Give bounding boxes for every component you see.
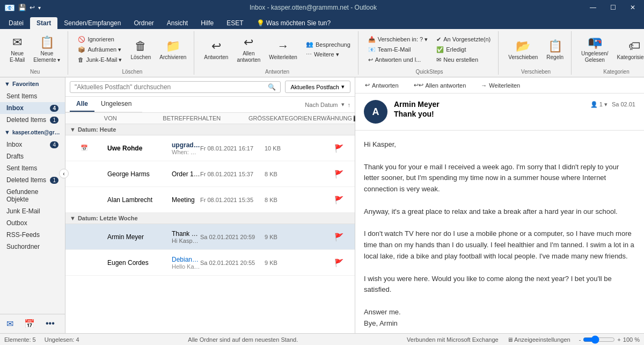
rules-button[interactable]: 📋 Regeln — [543, 37, 567, 62]
tab-search-hint[interactable]: 💡 Was möchten Sie tun? — [250, 17, 338, 29]
team-email-button[interactable]: 📧Team-E-Mail — [365, 45, 431, 54]
reply-button[interactable]: ↩ Antworten — [201, 37, 231, 62]
reading-forward-button[interactable]: → Weiterleiten — [475, 80, 525, 91]
email-flag-btn-eugen[interactable]: 🚩 — [334, 258, 350, 267]
forward-button[interactable]: → Weiterleiten — [266, 37, 301, 62]
email-flag-btn-alan[interactable]: 🚩 — [334, 196, 350, 204]
ribbon-neu-label: Neu — [30, 68, 40, 75]
account-label: kasper.otten@gra... — [12, 130, 61, 135]
tab-ungelesen[interactable]: Ungelesen — [94, 97, 138, 112]
tab-eset[interactable]: ESET — [220, 17, 250, 29]
tab-datei[interactable]: Datei — [2, 17, 30, 29]
sort-direction-icon[interactable]: ↑ — [348, 102, 351, 108]
email-row-armin[interactable]: Armin Meyer Thank you! Hi Kasper, Thank … — [65, 224, 355, 250]
move-to-button[interactable]: 📥Verschieben in: ? ▾ — [365, 35, 431, 44]
calendar-nav-button[interactable]: 📅 — [20, 317, 39, 331]
new-create-button[interactable]: ✉Neu erstellen — [433, 55, 494, 64]
tab-senden[interactable]: Senden/Empfangen — [57, 17, 127, 29]
reply-all-button[interactable]: ↩ Allenantworten — [233, 33, 264, 66]
unread-read-button[interactable]: 📭 Ungelesen/Gelesen — [578, 33, 612, 66]
tab-ordner[interactable]: Ordner — [127, 17, 160, 29]
email-received-alan: Fr 08.01.2021 15:35 — [200, 197, 265, 203]
email-flag-btn-armin[interactable]: 🚩 — [334, 233, 350, 241]
tab-hilfe[interactable]: Hilfe — [194, 17, 220, 29]
account-header[interactable]: ▼ kasper.otten@gra... — [0, 126, 65, 139]
new-email-icon: ✉ — [12, 35, 22, 49]
mail-nav-button[interactable]: ✉ — [2, 317, 18, 331]
sidebar-item-deleted-favorites[interactable]: Deleted Items 1 — [0, 114, 65, 126]
maximize-button[interactable]: ☐ — [606, 3, 620, 12]
email-row-eugen[interactable]: Eugen Cordes Debian-based Deepin 20.1 He… — [65, 250, 355, 276]
sidebar-item-outbox[interactable]: Outbox — [0, 217, 65, 229]
tab-start[interactable]: Start — [30, 17, 57, 29]
tab-ansicht[interactable]: Ansicht — [160, 17, 194, 29]
sidebar-item-deleted[interactable]: Deleted Items 1 — [0, 174, 65, 186]
display-settings-button[interactable]: 🖥 Anzeigeeinstellungen — [507, 336, 570, 343]
email-from-armin: Armin Meyer — [107, 233, 172, 241]
zoom-in-button[interactable]: + — [617, 336, 620, 343]
email-flag-btn-uwe[interactable]: 🚩 — [334, 144, 350, 153]
categorize-label: Kategorisieren — [617, 54, 644, 60]
email-row-george[interactable]: George Harms Order 152236 Fr 08.01.2021 … — [65, 161, 355, 187]
sidebar-item-inbox-favorites[interactable]: Inbox 4 — [0, 102, 65, 114]
date-heute-collapse[interactable]: ▼ — [70, 126, 76, 133]
move-icon: 📂 — [516, 39, 530, 53]
zoom-slider[interactable] — [583, 335, 615, 344]
meeting-button[interactable]: 👥Besprechung — [303, 40, 354, 49]
ignore-button[interactable]: 🚫Ignorieren — [75, 35, 125, 44]
to-manager-button[interactable]: ✔An Vorgesetzte(n) — [433, 35, 494, 44]
sidebar-item-search-folder[interactable]: Suchordner — [0, 241, 65, 253]
postfach-button[interactable]: Aktuelles Postfach ▾ — [285, 81, 351, 93]
done-button[interactable]: ✅Erledigt — [433, 45, 494, 54]
zoom-out-button[interactable]: - — [579, 336, 581, 343]
date-lw-label: Datum: Letzte Woche — [78, 215, 138, 221]
quick-access-undo[interactable]: ↩ — [30, 4, 35, 11]
reading-subject: Thank you! — [394, 110, 635, 118]
sidebar-item-rss[interactable]: RSS-Feeds — [0, 229, 65, 241]
new-email-button[interactable]: ✉ NeueE-Mail — [6, 33, 28, 66]
email-flag-btn-george[interactable]: 🚩 — [334, 170, 350, 178]
sidebar-item-drafts[interactable]: Drafts — [0, 150, 65, 162]
reply-done-button[interactable]: ↩Antworten und l... — [365, 55, 431, 64]
quick-access-dropdown[interactable]: ▾ — [38, 5, 41, 11]
sidebar-collapse-button[interactable]: ‹ — [59, 169, 69, 178]
categorize-button[interactable]: 🏷 Kategorisieren — [614, 37, 644, 62]
email-row-uwe[interactable]: 📅 Uwe Rohde upgrade project When: Monday… — [65, 135, 355, 161]
reading-reply-button[interactable]: ↩ Antworten — [360, 80, 404, 91]
quick-access-save[interactable]: 💾 — [18, 4, 26, 11]
move-button[interactable]: 📂 Verschieben — [505, 37, 541, 62]
junk-button[interactable]: 🗑Junk-E-Mail ▾ — [75, 55, 125, 64]
more-button[interactable]: ⋯Weitere ▾ — [303, 50, 354, 59]
search-input[interactable] — [75, 83, 268, 91]
sort-dropdown-icon[interactable]: ▾ — [341, 101, 345, 108]
ribbon-group-verschieben: 📂 Verschieben 📋 Regeln Verschieben — [501, 31, 572, 75]
ribbon-group-antworten: ↩ Antworten ↩ Allenantworten → Weiterlei… — [196, 31, 358, 75]
cleanup-button[interactable]: 📦Aufräumen ▾ — [75, 45, 125, 54]
tab-alle[interactable]: Alle — [70, 97, 94, 112]
date-lw-collapse[interactable]: ▼ — [70, 215, 76, 221]
sidebar-item-junk[interactable]: Junk E-Mail — [0, 205, 65, 217]
sidebar-item-inbox[interactable]: Inbox 4 — [0, 139, 65, 150]
drafts-label: Drafts — [6, 153, 24, 160]
delete-button[interactable]: 🗑 Löschen — [128, 37, 155, 62]
email-row-alan[interactable]: Alan Lambrecht Meeting Fr 08.01.2021 15:… — [65, 187, 355, 213]
move-label: Verschieben — [508, 54, 538, 60]
email-size-alan: 8 KB — [265, 197, 291, 203]
search-icon: 🔍 — [268, 83, 276, 91]
search-box[interactable]: 🔍 — [70, 81, 281, 93]
reading-reply-all-button[interactable]: ↩↩ Allen antworten — [408, 80, 472, 91]
new-items-button[interactable]: 📋 NeueElemente ▾ — [30, 33, 63, 66]
email-received-uwe: Fr 08.01.2021 16:17 — [200, 145, 265, 152]
ribbon-loeschen-label: Löschen — [122, 68, 142, 75]
sidebar-item-found[interactable]: Gefundene Objekte — [0, 186, 65, 205]
sidebar-item-sent-favorites[interactable]: Sent Items — [0, 90, 65, 102]
sidebar-item-sent[interactable]: Sent Items — [0, 162, 65, 174]
more-nav-button[interactable]: ••• — [41, 317, 59, 331]
col-received-header: ERHALTEN — [189, 115, 248, 121]
minimize-button[interactable]: — — [586, 3, 601, 12]
close-button[interactable]: ✕ — [626, 3, 640, 12]
favorites-header[interactable]: ▼ Favoriten — [0, 77, 65, 90]
archive-button[interactable]: 📁 Archivieren — [156, 37, 189, 62]
archive-icon: 📁 — [166, 39, 180, 53]
email-from-eugen: Eugen Cordes — [107, 259, 172, 267]
